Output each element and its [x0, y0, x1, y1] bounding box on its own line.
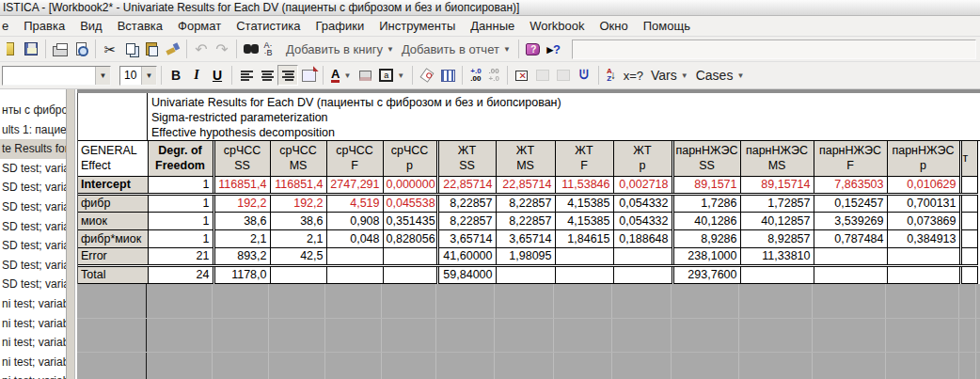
- cell-r2-c13[interactable]: [960, 212, 977, 229]
- cell-r1-c6[interactable]: 8,22857: [496, 194, 555, 212]
- block-graphs-button[interactable]: [553, 65, 574, 86]
- cell-r4-c0[interactable]: 21: [148, 247, 213, 265]
- cell-properties-button[interactable]: [298, 65, 319, 86]
- cell-r4-c7[interactable]: [555, 247, 613, 265]
- cell-r5-c2[interactable]: [270, 265, 326, 283]
- cell-r0-c4[interactable]: 0,000000: [383, 176, 437, 194]
- cell-r4-c8[interactable]: [613, 247, 672, 265]
- column-header-срЧСС-SS[interactable]: срЧССSS: [213, 141, 270, 176]
- fill-color-button[interactable]: [355, 65, 375, 86]
- column-header-парнНЖЭС-SS[interactable]: парнНЖЭСSS: [672, 141, 740, 176]
- increase-decimals-button[interactable]: +.0.00: [466, 65, 484, 86]
- row-label-Intercept[interactable]: Intercept: [78, 176, 148, 194]
- row-label-фибр[interactable]: фибр: [78, 194, 148, 212]
- cell-r2-c9[interactable]: 40,1286: [672, 212, 740, 229]
- tree-item-7[interactable]: SD test; variab: [0, 236, 66, 256]
- cell-r3-c12[interactable]: 0,384913: [887, 229, 960, 247]
- cell-r0-c3[interactable]: 2747,291: [326, 176, 383, 194]
- cell-r4-c13[interactable]: [960, 247, 977, 265]
- cell-r1-c8[interactable]: 0,054332: [613, 194, 672, 212]
- align-right-button[interactable]: [277, 65, 298, 86]
- row-label-Total[interactable]: Total: [78, 265, 148, 283]
- cell-r4-c10[interactable]: 11,33810: [740, 247, 814, 265]
- cell-r0-c9[interactable]: 89,1571: [672, 176, 740, 194]
- menu-item-11[interactable]: Помощь: [636, 17, 698, 36]
- column-header-парнНЖЭС-p[interactable]: парнНЖЭСp: [887, 141, 960, 176]
- bold-button[interactable]: B: [166, 65, 186, 86]
- menu-item-0[interactable]: е: [0, 17, 16, 36]
- tree-item-1[interactable]: ults 1: пациен: [0, 120, 66, 140]
- column-header-ЖТ-MS[interactable]: ЖТMS: [496, 141, 555, 176]
- menu-item-6[interactable]: Графики: [308, 17, 371, 36]
- cell-r3-c8[interactable]: 0,188648: [613, 229, 672, 247]
- cell-r3-c2[interactable]: 2,1: [270, 229, 326, 247]
- cell-r0-c2[interactable]: 116851,4: [270, 176, 326, 194]
- cell-r0-c11[interactable]: 7,863503: [814, 176, 887, 194]
- row-label-фибр*миок[interactable]: фибр*миок: [78, 229, 148, 247]
- cell-r1-c1[interactable]: 192,2: [213, 194, 270, 212]
- cell-r0-c1[interactable]: 116851,4: [213, 176, 270, 194]
- column-header-ЖТ-F[interactable]: ЖТF: [555, 141, 613, 176]
- cell-r0-c10[interactable]: 89,15714: [740, 176, 814, 194]
- cell-r4-c1[interactable]: 893,2: [213, 247, 270, 265]
- cell-r2-c0[interactable]: 1: [148, 212, 213, 229]
- tree-item-10[interactable]: ni test; variab: [0, 294, 66, 314]
- cell-r3-c6[interactable]: 3,65714: [496, 229, 555, 247]
- column-header-парнНЖЭС-F[interactable]: парнНЖЭСF: [814, 141, 887, 176]
- cell-r1-c9[interactable]: 1,7286: [672, 194, 740, 212]
- column-header-срЧСС-MS[interactable]: срЧССMS: [270, 141, 326, 176]
- cell-r5-c8[interactable]: [613, 265, 672, 283]
- cell-r4-c9[interactable]: 238,1000: [672, 247, 740, 265]
- vars-button[interactable]: Vars▼: [647, 65, 692, 86]
- column-header-срЧСС-F[interactable]: срЧССF: [326, 141, 383, 176]
- cell-r1-c11[interactable]: 0,152457: [814, 194, 887, 212]
- row-label-Error[interactable]: Error: [78, 247, 148, 265]
- decrease-decimals-button[interactable]: .00+.0: [485, 65, 503, 86]
- cell-r0-c7[interactable]: 11,53846: [555, 176, 613, 194]
- tree-item-3[interactable]: SD test; variab: [0, 159, 66, 179]
- cell-r2-c12[interactable]: 0,073869: [887, 212, 960, 229]
- cell-r1-c13[interactable]: [960, 194, 977, 212]
- cell-r2-c10[interactable]: 40,12857: [740, 212, 814, 229]
- tree-item-5[interactable]: SD test; variab: [0, 197, 66, 217]
- tree-item-2[interactable]: te Results for: [0, 139, 66, 159]
- cell-r5-c7[interactable]: [555, 265, 613, 283]
- cell-r2-c1[interactable]: 38,6: [213, 212, 270, 229]
- save-button[interactable]: [21, 39, 41, 59]
- cell-r5-c10[interactable]: [740, 265, 814, 283]
- italic-button[interactable]: I: [186, 65, 207, 86]
- cell-r1-c2[interactable]: 192,2: [270, 194, 326, 212]
- cell-r2-c8[interactable]: 0,054332: [613, 212, 672, 229]
- block-stats-button[interactable]: [532, 65, 553, 86]
- tree-item-12[interactable]: ni test; variab: [0, 333, 66, 353]
- cell-r3-c0[interactable]: 1: [148, 229, 213, 247]
- grid-options-button[interactable]: [437, 65, 458, 86]
- tree-item-11[interactable]: ni test; variab: [0, 314, 66, 334]
- cell-r5-c4[interactable]: [383, 265, 437, 283]
- cell-r4-c5[interactable]: 41,60000: [437, 247, 496, 265]
- print-preview-button[interactable]: [71, 39, 91, 59]
- cases-button[interactable]: Cases▼: [692, 65, 749, 86]
- cell-r0-c5[interactable]: 22,85714: [437, 176, 496, 194]
- cell-r2-c7[interactable]: 4,15385: [555, 212, 613, 229]
- column-header-ЖТ-SS[interactable]: ЖТSS: [437, 141, 496, 176]
- cell-r4-c11[interactable]: [814, 247, 887, 265]
- cell-r2-c4[interactable]: 0,351435: [383, 212, 437, 229]
- cell-r5-c9[interactable]: 293,7600: [672, 265, 740, 283]
- cell-r5-c5[interactable]: 59,84000: [437, 265, 496, 283]
- cell-r5-c12[interactable]: [887, 265, 960, 283]
- font-name-combo[interactable]: ▼: [2, 66, 111, 86]
- column-header-срЧСС-p[interactable]: срЧССp: [383, 141, 437, 176]
- column-header-т-[interactable]: т: [960, 141, 977, 176]
- cell-r5-c13[interactable]: [960, 265, 977, 283]
- context-help-button[interactable]: ▸?: [544, 39, 564, 59]
- cell-r0-c0[interactable]: 1: [148, 176, 213, 194]
- cell-r5-c11[interactable]: [814, 265, 887, 283]
- cell-r1-c10[interactable]: 1,72857: [740, 194, 814, 212]
- sort-button[interactable]: AZ ↓: [603, 65, 620, 86]
- cell-r5-c6[interactable]: [496, 265, 555, 283]
- cell-r3-c11[interactable]: 0,787484: [814, 229, 887, 247]
- paste-button[interactable]: [141, 39, 162, 59]
- cell-r4-c6[interactable]: 1,98095: [496, 247, 555, 265]
- cell-r3-c13[interactable]: [960, 229, 977, 247]
